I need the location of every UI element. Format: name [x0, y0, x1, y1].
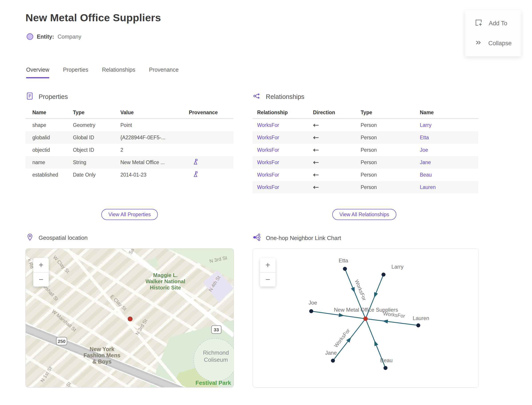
poi-label: Richmond	[203, 349, 229, 356]
graph-node-larry[interactable]	[381, 273, 386, 277]
related-type: Person	[361, 160, 420, 165]
graph-edge-label-etta: WorksFor	[354, 279, 367, 301]
geospatial-section-title: Geospatial location	[39, 234, 87, 241]
related-entity-link[interactable]: Jane	[420, 160, 478, 165]
direction-arrow: ←	[313, 184, 361, 191]
graph-node-etta[interactable]	[343, 267, 347, 271]
link-chart-canvas[interactable]: WorksForWorksForWorksForEttaLarryJoeLaur…	[253, 248, 479, 387]
relationship-link[interactable]: WorksFor	[253, 160, 313, 165]
map-canvas[interactable]: 250 33 k Rd W Clay St Sa N 3rd St N 4th …	[26, 248, 234, 387]
add-to-icon	[475, 19, 483, 28]
link-chart-icon	[253, 233, 261, 243]
col-value: Value	[120, 110, 184, 115]
relationship-row: WorksFor ← Person Larry	[253, 119, 478, 131]
property-provenance	[184, 171, 233, 179]
tab-provenance[interactable]: Provenance	[149, 67, 179, 78]
property-row: objectid Object ID 2	[26, 144, 233, 156]
property-type: String	[73, 160, 120, 165]
relationship-row: WorksFor ← Person Beau	[253, 169, 478, 181]
view-all-properties-button[interactable]: View All Properties	[101, 209, 158, 220]
property-type: Geometry	[73, 122, 120, 128]
street-label: St	[65, 381, 72, 387]
graph-node-beau[interactable]	[384, 366, 387, 370]
direction-arrow: ←	[313, 122, 361, 129]
poi-label: Walker National	[146, 278, 185, 284]
provenance-flag-icon[interactable]	[192, 160, 199, 166]
graph-node-label-center: New Metal Office Suppliers	[334, 307, 398, 313]
street-label: W Marshall St	[51, 309, 77, 333]
relationship-row: WorksFor ← Person Etta	[253, 131, 478, 144]
related-entity-link[interactable]: Beau	[420, 172, 478, 178]
graph-node-center[interactable]	[363, 317, 368, 321]
relationship-row: WorksFor ← Person Lauren	[253, 181, 478, 193]
graph-node-label-jane: Jane	[325, 350, 337, 356]
related-type: Person	[361, 172, 420, 178]
property-type: Date Only	[73, 172, 120, 178]
relationship-link[interactable]: WorksFor	[253, 135, 313, 141]
direction-arrow: ←	[313, 171, 361, 178]
add-to-button[interactable]: Add To	[465, 19, 521, 28]
related-entity-link[interactable]: Lauren	[420, 184, 478, 190]
poi-label: & Boys	[93, 358, 112, 365]
col-name: Name	[26, 110, 73, 115]
collapse-button[interactable]: Collapse	[465, 39, 521, 48]
graph-node-lauren[interactable]	[416, 323, 420, 327]
graph-edge-lauren	[366, 319, 418, 325]
direction-arrow: ←	[313, 159, 361, 166]
graph-node-label-etta: Etta	[339, 257, 348, 263]
relationship-link[interactable]: WorksFor	[253, 147, 313, 153]
relationship-link[interactable]: WorksFor	[253, 122, 313, 128]
properties-section-header: Properties	[26, 92, 68, 101]
property-value: New Metal Office ...	[120, 160, 184, 165]
related-type: Person	[361, 135, 420, 141]
chart-zoom-out-button[interactable]: −	[260, 272, 276, 287]
street-label: N 3rd St	[134, 318, 148, 336]
relationship-link[interactable]: WorksFor	[253, 184, 313, 190]
property-name: objectid	[26, 147, 73, 153]
chart-zoom-controls: + −	[260, 258, 276, 287]
tab-relationships[interactable]: Relationships	[102, 67, 135, 78]
relationship-row: WorksFor ← Person Joe	[253, 144, 478, 156]
relationships-section-header: Relationships	[253, 92, 304, 101]
relationships-icon	[253, 92, 261, 101]
graph-edge-arrow-larry	[374, 292, 378, 298]
provenance-flag-icon[interactable]	[192, 173, 199, 179]
graph-edge-arrow-jane	[346, 337, 351, 343]
related-entity-link[interactable]: Joe	[420, 147, 478, 153]
entity-type: Company	[58, 34, 81, 40]
related-entity-link[interactable]: Etta	[420, 135, 478, 141]
property-name: globalid	[26, 135, 73, 141]
graph-node-joe[interactable]	[309, 309, 313, 313]
relationships-section-title: Relationships	[266, 93, 304, 101]
property-provenance	[184, 158, 233, 166]
view-all-relationships-button[interactable]: View All Relationships	[332, 209, 396, 220]
relationships-table: Relationship Direction Type Name WorksFo…	[253, 107, 478, 193]
map-zoom-controls: + −	[33, 258, 49, 287]
chart-zoom-in-button[interactable]: +	[260, 258, 276, 272]
map-zoom-out-button[interactable]: −	[33, 272, 49, 287]
poi-label: New York	[90, 346, 114, 352]
property-row: globalid Global ID {A228944F-0EF5-...	[26, 131, 233, 144]
relationship-link[interactable]: WorksFor	[253, 172, 313, 178]
collapse-label: Collapse	[488, 40, 512, 47]
tab-overview[interactable]: Overview	[26, 67, 49, 78]
link-chart-graph: WorksForWorksForWorksForEttaLarryJoeLaur…	[253, 249, 479, 387]
col-relationship: Relationship	[253, 110, 313, 115]
graph-edge-arrow-joe	[339, 313, 344, 317]
map-zoom-in-button[interactable]: +	[33, 258, 49, 272]
property-name: shape	[26, 122, 73, 128]
property-name: name	[26, 160, 73, 165]
svg-text:33: 33	[214, 327, 219, 332]
street-label: N 1st St	[39, 365, 53, 383]
related-entity-link[interactable]: Larry	[420, 122, 478, 128]
relationships-table-body: WorksFor ← Person Larry WorksFor ← Perso…	[253, 119, 478, 193]
properties-table-body: shape Geometry Point globalid Global ID …	[26, 119, 233, 181]
property-type: Global ID	[73, 135, 120, 141]
tab-properties[interactable]: Properties	[63, 67, 88, 78]
property-row: shape Geometry Point	[26, 119, 233, 131]
direction-arrow: ←	[313, 146, 361, 154]
graph-node-label-beau: Beau	[380, 357, 392, 363]
col-type: Type	[361, 110, 420, 115]
property-type: Object ID	[73, 147, 120, 153]
graph-node-jane[interactable]	[331, 359, 335, 363]
